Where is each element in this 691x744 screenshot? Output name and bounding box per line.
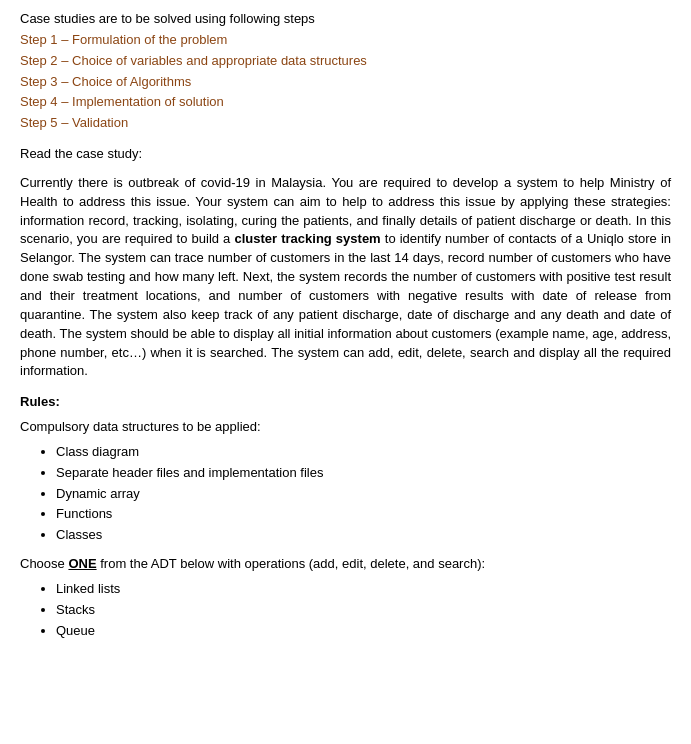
list-item: Stacks bbox=[56, 601, 671, 620]
step5-line: Step 5 – Validation bbox=[20, 114, 671, 133]
step2-line: Step 2 – Choice of variables and appropr… bbox=[20, 52, 671, 71]
opening-line: Case studies are to be solved using foll… bbox=[20, 10, 671, 29]
adt-one: ONE bbox=[68, 556, 96, 571]
list-item: Linked lists bbox=[56, 580, 671, 599]
case-part2: to identify number of contacts of a Uniq… bbox=[20, 231, 671, 378]
list-item: Class diagram bbox=[56, 443, 671, 462]
case-paragraph: Currently there is outbreak of covid-19 … bbox=[20, 174, 671, 381]
step3-line: Step 3 – Choice of Algorithms bbox=[20, 73, 671, 92]
compulsory-label: Compulsory data structures to be applied… bbox=[20, 418, 671, 437]
list-item: Classes bbox=[56, 526, 671, 545]
rules-section: Rules: Compulsory data structures to be … bbox=[20, 393, 671, 640]
list-item: Functions bbox=[56, 505, 671, 524]
rules-title: Rules: bbox=[20, 393, 671, 412]
adt-label: Choose ONE from the ADT below with opera… bbox=[20, 555, 671, 574]
step4-line: Step 4 – Implementation of solution bbox=[20, 93, 671, 112]
list-item: Separate header files and implementation… bbox=[56, 464, 671, 483]
step1-line: Step 1 – Formulation of the problem bbox=[20, 31, 671, 50]
adt-list: Linked lists Stacks Queue bbox=[56, 580, 671, 641]
read-case-label: Read the case study: bbox=[20, 145, 671, 164]
adt-suffix: from the ADT below with operations (add,… bbox=[97, 556, 486, 571]
list-item: Dynamic array bbox=[56, 485, 671, 504]
adt-section: Choose ONE from the ADT below with opera… bbox=[20, 555, 671, 640]
compulsory-list: Class diagram Separate header files and … bbox=[56, 443, 671, 545]
adt-prefix: Choose bbox=[20, 556, 68, 571]
cluster-tracking-bold: cluster tracking system bbox=[234, 231, 380, 246]
list-item: Queue bbox=[56, 622, 671, 641]
